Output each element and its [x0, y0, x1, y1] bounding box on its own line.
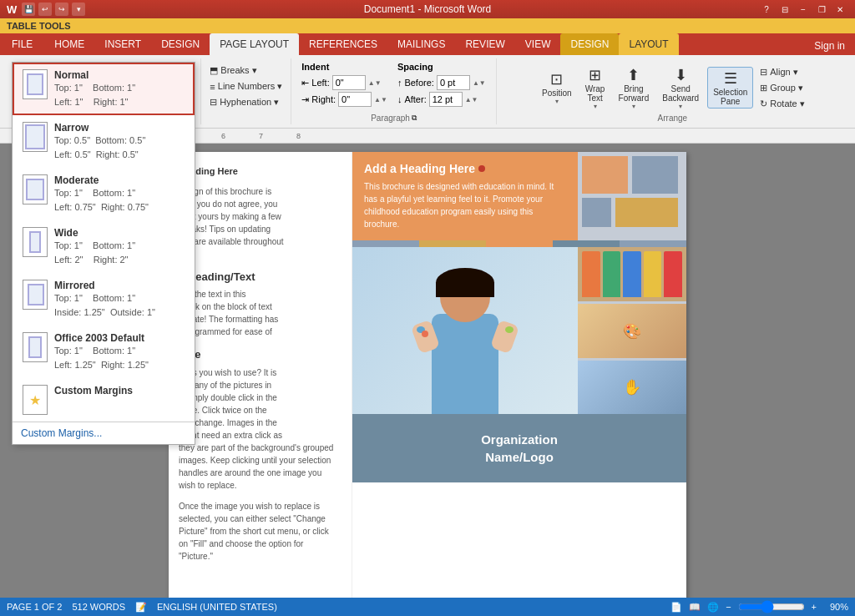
margin-normal[interactable]: Normal Top: 1" Bottom: 1"Left: 1" Right:… — [13, 63, 195, 115]
selection-pane-button[interactable]: ☰ Selection Pane — [707, 67, 753, 109]
indent-right-input[interactable] — [338, 92, 372, 107]
status-right: 📄 📖 🌐 − + 90% — [670, 600, 848, 613]
selection-pane-icon: ☰ — [724, 69, 737, 88]
word-logo: W — [7, 3, 17, 16]
tab-file[interactable]: FILE — [0, 33, 44, 55]
spacing-after-input[interactable] — [429, 92, 463, 107]
spacing-before-icon: ↑ — [397, 78, 402, 88]
margin-moderate[interactable]: Moderate Top: 1" Bottom: 1"Left: 0.75" R… — [13, 168, 195, 220]
tab-design[interactable]: DESIGN — [151, 33, 210, 55]
zoom-slider[interactable] — [738, 600, 805, 613]
img-gray-top — [632, 156, 678, 194]
pencils — [578, 247, 686, 301]
spacing-before-arrows[interactable]: ▲▼ — [473, 79, 486, 87]
margin-custom[interactable]: ★ Custom Margins — [13, 378, 195, 422]
margin-wide[interactable]: Wide Top: 1" Bottom: 1"Left: 2" Right: 2… — [13, 220, 195, 273]
brochure-subtext: This brochure is designed with education… — [364, 180, 566, 230]
indent-left-input[interactable] — [332, 75, 366, 90]
margin-narrow[interactable]: Narrow Top: 0.5" Bottom: 0.5"Left: 0.5" … — [13, 115, 195, 168]
tab-references[interactable]: REFERENCES — [299, 33, 387, 55]
tab-mailings[interactable]: MAILINGS — [387, 33, 455, 55]
word-count: 512 WORDS — [72, 602, 125, 612]
wrap-text-button[interactable]: ⊞ Wrap Text ▾ — [580, 64, 610, 112]
view-read-icon[interactable]: 📖 — [689, 602, 701, 613]
doc-left-text1: y of the text in thist click on the bloc… — [179, 288, 341, 338]
indent-right-arrows[interactable]: ▲▼ — [374, 96, 387, 104]
indent-left-arrows[interactable]: ▲▼ — [368, 79, 382, 87]
color-seg-1 — [352, 240, 419, 247]
tab-insert[interactable]: INSERT — [94, 33, 151, 55]
line-numbers-icon: ≡ — [210, 82, 215, 92]
signin-button[interactable]: Sign in — [804, 37, 855, 55]
brochure-side-images: 🎨 ✋ — [578, 247, 686, 414]
margin-mirrored[interactable]: Mirrored Top: 1" Bottom: 1"Inside: 1.25"… — [13, 273, 195, 326]
view-print-icon[interactable]: 📄 — [670, 602, 682, 613]
indent-left-row: ⇤ Left: ▲▼ — [301, 75, 387, 90]
zoom-out-icon[interactable]: − — [726, 602, 731, 612]
align-button[interactable]: ⊟ Align ▾ — [756, 65, 807, 79]
paragraph-label: Paragraph — [371, 114, 410, 124]
doc-left-text3: Once the image you wish to replace issel… — [179, 500, 341, 563]
brochure-heading: Add a Heading Here — [364, 162, 475, 175]
help-button[interactable]: ? — [758, 3, 775, 16]
save-icon[interactable]: 💾 — [22, 3, 35, 16]
tab-review[interactable]: REVIEW — [455, 33, 514, 55]
paragraph-dialog-icon[interactable]: ⧉ — [412, 114, 417, 123]
img-yellow-mid — [615, 198, 678, 227]
kids-placeholder: ✋ — [578, 361, 686, 414]
hyphenation-button[interactable]: ⊟ Hyphenation ▾ — [206, 95, 286, 109]
margin-custom-icon: ★ — [23, 385, 48, 415]
color-bar — [352, 240, 686, 247]
view-web-icon[interactable]: 🌐 — [707, 602, 719, 613]
tab-view[interactable]: VIEW — [515, 33, 561, 55]
margin-mirrored-icon — [23, 280, 48, 310]
customize-icon[interactable]: ▾ — [72, 3, 85, 16]
img-gray-mid — [582, 198, 611, 227]
line-numbers-button[interactable]: ≡ Line Numbers ▾ — [206, 79, 286, 93]
child-hair — [436, 268, 494, 297]
undo-icon[interactable]: ↩ — [38, 3, 52, 16]
table-tools-bar: TABLE TOOLS — [0, 18, 855, 33]
minimize-button[interactable]: − — [795, 3, 812, 16]
close-button[interactable]: ✕ — [832, 3, 848, 16]
tab-home[interactable]: HOME — [44, 33, 94, 55]
redo-icon[interactable]: ↪ — [55, 3, 68, 16]
group-button[interactable]: ⊞ Group ▾ — [756, 81, 807, 95]
send-backward-icon: ⬇ — [675, 66, 687, 84]
tab-table-design[interactable]: DESIGN — [560, 33, 619, 55]
margin-moderate-icon — [23, 174, 48, 204]
spacing-before-input[interactable] — [437, 75, 470, 90]
ribbon: ⬜ Margins Normal Top: 1" Bottom: 1"Left:… — [0, 55, 855, 129]
restore-button[interactable]: ❐ — [813, 3, 830, 16]
color-seg-5 — [620, 240, 686, 247]
pencil-2 — [603, 251, 621, 297]
position-button[interactable]: ⊡ Position ▾ — [537, 68, 577, 107]
color-seg-4 — [553, 240, 620, 247]
brochure-orange-header: Add a Heading Here This brochure is desi… — [352, 152, 578, 240]
pencil-3 — [623, 251, 641, 297]
table-tools-label: TABLE TOOLS — [7, 21, 71, 31]
bring-forward-button[interactable]: ⬆ Bring Forward ▾ — [614, 64, 655, 112]
margin-office2003[interactable]: Office 2003 Default Top: 1" Bottom: 1"Le… — [13, 326, 195, 378]
tab-table-layout[interactable]: LAYOUT — [619, 33, 678, 55]
margin-narrow-icon — [23, 122, 48, 152]
ribbon-group-indent-spacing: Indent ⇤ Left: ▲▼ ⇥ Right: ▲▼ Spacing ↑ — [291, 58, 496, 124]
paint-3 — [505, 326, 514, 333]
brochure-image-row: 🎨 ✋ — [352, 247, 686, 414]
margins-button[interactable]: ⬜ Margins Normal Top: 1" Bottom: 1"Left:… — [12, 62, 54, 97]
breaks-button[interactable]: ⬒ Breaks ▾ — [206, 63, 286, 78]
ribbon-toggle-button[interactable]: ⊟ — [777, 3, 793, 16]
status-bar: PAGE 1 OF 2 512 WORDS 📝 ENGLISH (UNITED … — [0, 598, 855, 616]
spacing-after-arrows[interactable]: ▲▼ — [465, 96, 478, 104]
custom-margins-button[interactable]: Custom Margins... — [13, 422, 195, 444]
spacing-before-row: ↑ Before: ▲▼ — [397, 75, 486, 90]
tab-page-layout[interactable]: PAGE LAYOUT — [210, 33, 299, 55]
send-backward-button[interactable]: ⬇ Send Backward ▾ — [657, 64, 704, 112]
indent-label: Indent — [301, 62, 387, 72]
zoom-value: 90% — [823, 602, 848, 612]
zoom-in-icon[interactable]: + — [812, 602, 817, 612]
rotate-button[interactable]: ↻ Rotate ▾ — [756, 97, 807, 111]
doc-left-heading2: e Heading/Text — [179, 269, 341, 285]
red-dot-indicator — [478, 165, 485, 172]
heading-row: Add a Heading Here — [364, 162, 566, 175]
